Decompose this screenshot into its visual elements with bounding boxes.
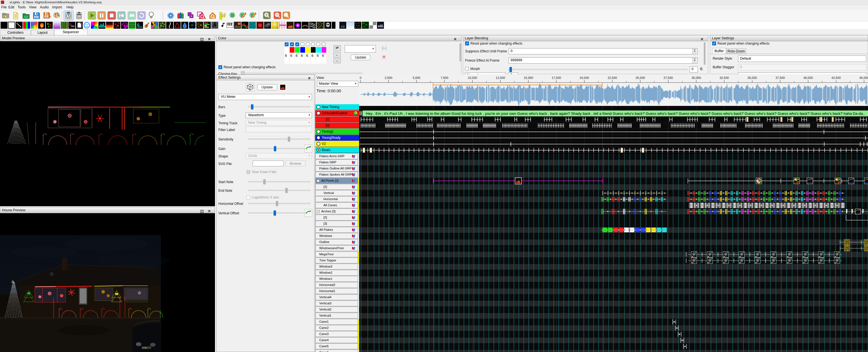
svg-text:35,000: 35,000 [748, 76, 757, 79]
svg-text:25,000: 25,000 [636, 76, 645, 79]
svg-text:17,500: 17,500 [552, 76, 561, 79]
svg-text:5,000: 5,000 [413, 76, 421, 79]
svg-text:32,500: 32,500 [719, 76, 729, 79]
svg-text:Mx: Mx [71, 25, 74, 28]
svg-text:40,000: 40,000 [803, 76, 813, 79]
svg-text:20,000: 20,000 [580, 76, 589, 79]
svg-text:30,000: 30,000 [691, 76, 701, 79]
svg-text:01: 01 [365, 24, 368, 26]
svg-text:Hey , Em , it's Paul Uh ,: Hey , Em , it's Paul Uh , I was listenin… [366, 112, 865, 116]
svg-text:2,500: 2,500 [385, 76, 393, 79]
svg-text:22,500: 22,500 [608, 76, 617, 79]
svg-text:42,500: 42,500 [832, 76, 841, 79]
svg-text:37,500: 37,500 [775, 76, 785, 79]
svg-text:11: 11 [363, 26, 365, 28]
svg-text:00: 00 [27, 293, 30, 295]
svg-text:0: 0 [360, 76, 361, 79]
svg-text:15,000: 15,000 [524, 76, 533, 79]
svg-text:12,500: 12,500 [496, 76, 505, 79]
svg-text:7,500: 7,500 [440, 76, 448, 79]
svg-text:10,000: 10,000 [468, 76, 477, 79]
svg-text:27,500: 27,500 [663, 76, 673, 79]
svg-text:10: 10 [363, 22, 365, 25]
svg-text:45,000: 45,000 [859, 76, 868, 79]
svg-text:Y76: Y76 [143, 347, 147, 349]
